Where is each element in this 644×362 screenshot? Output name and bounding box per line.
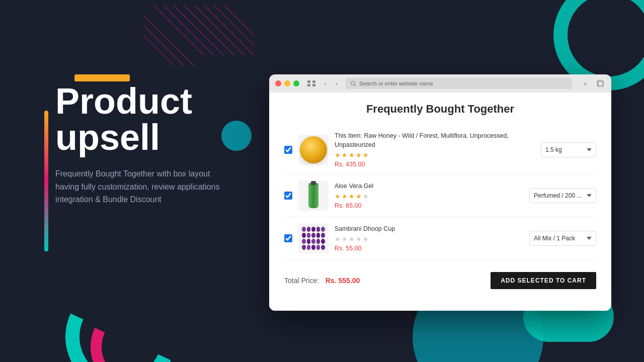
add-to-cart-button[interactable]: ADD SELECTED TO CART (491, 272, 596, 289)
product-info-3: Sambrani Dhoop Cup ★ ★ ★ ★ ★ Rs. 55.00 (335, 225, 523, 252)
description: Frequently Bought Together with box layo… (55, 167, 226, 206)
star: ★ (356, 235, 362, 243)
star: ★ (342, 151, 348, 159)
tabs-icon[interactable] (595, 78, 605, 88)
decor-arc-pink (78, 289, 194, 362)
product-checkbox-2[interactable] (284, 192, 292, 200)
product-name-1: This Item: Raw Honey - Wild / Forest, Mu… (335, 132, 535, 149)
left-content-area: Product upsell Frequently Bought Togethe… (55, 83, 257, 206)
product-info-1: This Item: Raw Honey - Wild / Forest, Mu… (335, 132, 535, 168)
svg-line-16 (355, 84, 356, 86)
star: ★ (349, 151, 355, 159)
traffic-light-red[interactable] (275, 80, 281, 86)
product-row: Sambrani Dhoop Cup ★ ★ ★ ★ ★ Rs. 55.00 A… (284, 217, 596, 260)
svg-rect-13 (307, 84, 310, 86)
svg-line-3 (174, 5, 224, 55)
product-name-2: Aloe Vera Gel (335, 182, 523, 191)
total-price: Rs. 555.00 (326, 277, 360, 285)
browser-content: Frequently Bought Together This Item: Ra… (269, 93, 611, 311)
decor-diagonal-lines (143, 5, 254, 70)
address-bar[interactable]: Search or enter website name (346, 78, 572, 89)
product-image-3 (298, 223, 329, 253)
svg-line-0 (143, 15, 194, 65)
total-label: Total Price: (284, 277, 319, 285)
total-label-group: Total Price: Rs. 555.00 (284, 276, 360, 285)
headline: Product upsell (55, 83, 257, 155)
product-stars-2: ★ ★ ★ ★ ★ (335, 193, 523, 200)
browser-actions: + (580, 78, 605, 88)
browser-window: ‹ › Search or enter website name + Frequ… (269, 74, 611, 311)
star: ★ (356, 193, 362, 200)
star: ★ (363, 235, 369, 243)
product-checkbox-3[interactable] (284, 234, 292, 242)
svg-rect-14 (312, 84, 315, 86)
forward-button[interactable]: › (332, 78, 342, 88)
dhoop-image (301, 226, 326, 251)
honey-image (300, 136, 327, 163)
svg-line-9 (143, 25, 184, 65)
traffic-lights (275, 80, 299, 86)
svg-rect-11 (307, 80, 310, 83)
star: ★ (335, 235, 341, 243)
svg-line-5 (194, 5, 244, 55)
star: ★ (349, 235, 355, 243)
decor-yellow-bar (74, 74, 130, 81)
product-name-3: Sambrani Dhoop Cup (335, 225, 523, 234)
new-tab-button[interactable]: + (580, 78, 590, 88)
browser-chrome: ‹ › Search or enter website name + (269, 74, 611, 93)
aloevera-image (308, 183, 318, 208)
svg-line-2 (164, 5, 214, 55)
product-row: This Item: Raw Honey - Wild / Forest, Mu… (284, 126, 596, 174)
star: ★ (342, 235, 348, 243)
nav-arrows: ‹ › (320, 78, 342, 88)
grid-view-icon[interactable] (306, 78, 316, 88)
svg-line-8 (224, 5, 254, 35)
star: ★ (342, 193, 348, 200)
product-checkbox-1[interactable] (284, 146, 292, 154)
search-icon (351, 81, 356, 86)
product-price-1: Rs. 435.00 (335, 161, 535, 168)
star: ★ (335, 151, 341, 159)
variant-select-3[interactable]: All Mix / 1 Pack Sambrani / 1 Pack All M… (529, 231, 596, 246)
svg-line-4 (184, 5, 234, 55)
variant-select-2[interactable]: Perfumed / 200 ... Original / 200 ml Per… (529, 188, 596, 203)
traffic-light-yellow[interactable] (284, 80, 290, 86)
product-row: Aloe Vera Gel ★ ★ ★ ★ ★ Rs. 65.00 Perfum… (284, 174, 596, 217)
star: ★ (363, 193, 369, 200)
svg-rect-12 (312, 80, 315, 83)
address-bar-text: Search or enter website name (359, 80, 433, 86)
star: ★ (349, 193, 355, 200)
variant-select-1[interactable]: 1.5 kg 500 g 1 kg 2 kg (541, 142, 596, 157)
decor-arc-bottomleft (50, 266, 192, 362)
svg-line-10 (143, 35, 174, 65)
product-stars-1: ★ ★ ★ ★ ★ (335, 151, 535, 159)
star: ★ (363, 151, 369, 159)
svg-point-15 (351, 81, 355, 85)
decor-gradient-bar (44, 111, 48, 251)
svg-line-6 (204, 5, 254, 55)
traffic-light-green[interactable] (293, 80, 299, 86)
product-info-2: Aloe Vera Gel ★ ★ ★ ★ ★ Rs. 65.00 (335, 182, 523, 210)
page-title: Frequently Bought Together (284, 103, 596, 116)
total-row: Total Price: Rs. 555.00 ADD SELECTED TO … (284, 268, 596, 289)
product-image-1 (298, 135, 329, 165)
back-button[interactable]: ‹ (320, 78, 331, 88)
star: ★ (356, 151, 362, 159)
svg-line-1 (153, 5, 204, 55)
product-price-2: Rs. 65.00 (335, 202, 523, 209)
svg-line-7 (214, 5, 254, 45)
product-stars-3: ★ ★ ★ ★ ★ (335, 235, 523, 243)
product-image-2 (298, 180, 329, 211)
product-price-3: Rs. 55.00 (335, 245, 523, 252)
star: ★ (335, 193, 341, 200)
